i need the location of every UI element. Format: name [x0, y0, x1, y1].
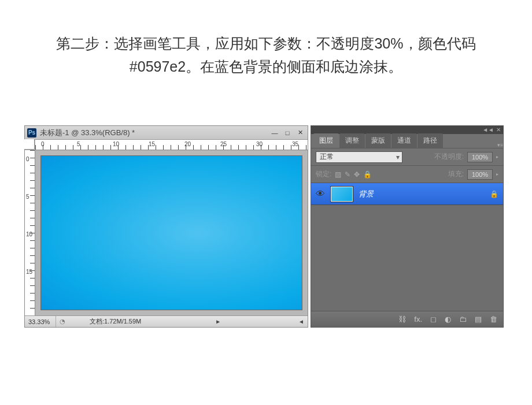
lock-row: 锁定: ▨ ✎ ✥ 🔒 填充: 100% ▸: [311, 165, 503, 183]
group-icon[interactable]: 🗀: [459, 315, 467, 324]
lock-all-icon[interactable]: 🔒: [363, 170, 372, 179]
ruler-tick: 15: [149, 141, 155, 147]
ruler-tick: 0: [41, 141, 45, 147]
adjustment-icon[interactable]: ◐: [445, 315, 451, 324]
ruler-tick: 15: [26, 269, 32, 275]
ruler-corner: [24, 139, 35, 150]
panel-close-icon[interactable]: ✕: [496, 127, 501, 133]
layer-lock-icon: 🔒: [490, 190, 498, 198]
link-layers-icon[interactable]: ⛓: [398, 315, 406, 324]
ruler-tick: 10: [26, 231, 32, 237]
fx-icon[interactable]: fx.: [414, 315, 422, 324]
ruler-tick: 0: [26, 156, 29, 162]
collapse-icon[interactable]: ◄◄: [482, 127, 494, 133]
opacity-label: 不透明度:: [434, 152, 464, 162]
trash-icon[interactable]: 🗑: [490, 315, 497, 324]
tab-layers[interactable]: 图层: [313, 133, 339, 148]
opacity-field[interactable]: 100%: [467, 152, 493, 162]
tab-channels[interactable]: 通道: [391, 133, 417, 148]
instruction-text: 第二步：选择画笔工具，应用如下参数：不透明度30%，颜色代码#0597e2。在蓝…: [29, 32, 503, 78]
close-button[interactable]: ✕: [295, 129, 305, 137]
blend-mode-select[interactable]: 正常: [316, 151, 402, 163]
ruler-horizontal[interactable]: 0 5 10 15 20 25 30 35: [35, 140, 308, 150]
visibility-icon[interactable]: 👁: [316, 190, 325, 199]
maximize-button[interactable]: □: [282, 129, 293, 137]
scroll-left-icon[interactable]: ◄: [295, 318, 308, 325]
panel-tabs: 图层 调整 蒙版 通道 路径 ▾≡: [311, 134, 503, 148]
tab-paths[interactable]: 路径: [418, 133, 443, 148]
fill-label: 填充:: [448, 169, 464, 179]
minimize-button[interactable]: —: [269, 129, 280, 137]
tab-adjustments[interactable]: 调整: [339, 133, 365, 148]
lock-pixels-icon[interactable]: ▨: [335, 170, 341, 179]
zoom-field[interactable]: 33.33%: [25, 316, 56, 327]
ruler-tick: 5: [77, 141, 80, 147]
ps-icon: Ps: [27, 128, 36, 138]
chevron-icon[interactable]: ▸: [496, 154, 498, 159]
lock-icons: ▨ ✎ ✥ 🔒: [335, 170, 372, 179]
mask-icon[interactable]: ◻: [430, 315, 437, 324]
new-layer-icon[interactable]: ▤: [475, 315, 482, 324]
ruler-tick: 10: [113, 141, 119, 147]
scroll-right-icon[interactable]: ►: [212, 318, 224, 325]
clock-icon: ◔: [60, 318, 69, 325]
blend-row: 正常 不透明度: 100% ▸: [311, 148, 503, 165]
document-info: 文档:1.72M/1.59M: [72, 317, 141, 326]
panel-footer: ⛓ fx. ◻ ◐ 🗀 ▤ 🗑: [311, 311, 503, 327]
canvas-area[interactable]: [35, 150, 308, 315]
ruler-tick: 35: [292, 141, 298, 147]
ruler-tick: 5: [26, 194, 29, 200]
ruler-tick: 20: [184, 141, 191, 147]
panel-header: ◄◄ ✕: [311, 126, 503, 134]
chevron-icon[interactable]: ▸: [496, 172, 498, 177]
titlebar: Ps 未标题-1 @ 33.3%(RGB/8) * — □ ✕: [25, 126, 308, 140]
lock-brush-icon[interactable]: ✎: [345, 170, 350, 179]
document-title: 未标题-1 @ 33.3%(RGB/8) *: [40, 128, 269, 138]
fill-field[interactable]: 100%: [467, 169, 493, 180]
panel-menu-icon[interactable]: ▾≡: [497, 142, 503, 148]
ruler-tick: 30: [256, 141, 263, 147]
layers-panel: ◄◄ ✕ 图层 调整 蒙版 通道 路径 ▾≡ 正常 不透明度: 100% ▸ 锁…: [311, 125, 504, 328]
window-controls: — □ ✕: [269, 129, 305, 137]
tab-masks[interactable]: 蒙版: [365, 133, 391, 148]
layer-list[interactable]: 👁 背景 🔒: [311, 183, 503, 311]
statusbar: 33.33% ◔ 文档:1.72M/1.59M ► ◄: [25, 315, 308, 327]
app-container: Ps 未标题-1 @ 33.3%(RGB/8) * — □ ✕ 0 5 10 1…: [24, 125, 504, 328]
lock-move-icon[interactable]: ✥: [354, 170, 360, 179]
ruler-tick: 25: [220, 141, 227, 147]
layer-name[interactable]: 背景: [359, 189, 484, 199]
canvas[interactable]: [41, 156, 302, 310]
layer-item[interactable]: 👁 背景 🔒: [311, 183, 503, 205]
document-window: Ps 未标题-1 @ 33.3%(RGB/8) * — □ ✕ 0 5 10 1…: [24, 125, 308, 328]
layer-thumbnail[interactable]: [331, 187, 353, 202]
lock-label: 锁定:: [316, 169, 331, 179]
ruler-vertical[interactable]: 0 5 10 15: [25, 150, 35, 315]
